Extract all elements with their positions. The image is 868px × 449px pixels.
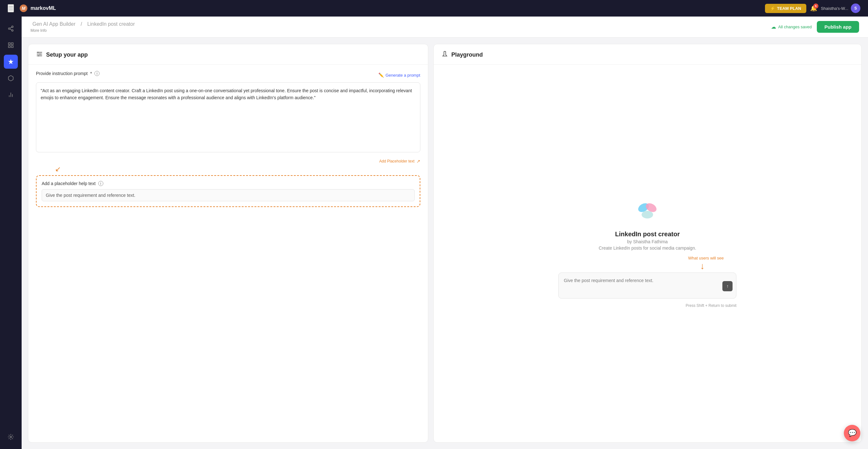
svg-point-18: [37, 52, 39, 53]
svg-line-6: [10, 27, 12, 28]
playground-center: LinkedIn post creator by Shaistha Fathim…: [434, 64, 861, 442]
setup-icon: [36, 51, 43, 59]
submit-hint: Press Shift + Return to submit: [686, 303, 737, 308]
sidebar-item-grid[interactable]: [4, 38, 18, 52]
logo-text: markovML: [31, 5, 56, 11]
lightning-icon: ⚡: [770, 6, 775, 11]
user-info: Shaistha's-W... S: [821, 3, 860, 13]
svg-point-4: [12, 30, 13, 31]
what-users-label: What users will see: [688, 256, 724, 261]
arrow-down-icon: ↙: [55, 165, 61, 173]
svg-rect-9: [8, 46, 10, 48]
changes-status: ☁ All changes saved: [771, 24, 812, 30]
app-author: by Shaistha Fathima: [599, 239, 696, 244]
sidebar-item-sparkle[interactable]: [4, 55, 18, 69]
playground-panel-header: Playground: [434, 44, 861, 64]
breadcrumb: Gen AI App Builder / LinkedIn post creat…: [31, 21, 137, 27]
instruction-info-icon[interactable]: i: [94, 71, 99, 76]
svg-point-3: [8, 28, 10, 30]
sidebar-item-settings[interactable]: [4, 430, 18, 444]
nav-right: ⚡ TEAM PLAN 🔔 5 Shaistha's-W... S: [765, 3, 860, 13]
app-flower-logo: [634, 199, 660, 224]
required-star: *: [90, 71, 92, 76]
svg-point-20: [38, 55, 39, 57]
panels-container: Setup your app Provide instruction promp…: [22, 37, 868, 449]
placeholder-info-icon[interactable]: i: [98, 181, 103, 186]
svg-line-5: [10, 29, 12, 30]
sidebar-item-cube[interactable]: [4, 71, 18, 85]
submit-hint-row: Press Shift + Return to submit: [558, 302, 736, 308]
notification-button[interactable]: 🔔 5: [810, 5, 817, 12]
svg-point-14: [10, 436, 12, 438]
playground-panel-title: Playground: [452, 52, 483, 58]
top-navigation: ☰ M markovML ⚡ TEAM PLAN 🔔 5 Shaistha's-…: [0, 0, 868, 17]
logo: M markovML: [19, 4, 56, 13]
playground-input[interactable]: [558, 272, 736, 299]
notification-badge: 5: [813, 3, 818, 8]
breadcrumb-area: Gen AI App Builder / LinkedIn post creat…: [31, 21, 137, 33]
prompt-textarea[interactable]: "Act as an engaging LinkedIn content cre…: [36, 82, 420, 152]
instruction-label: Provide instruction prompt * i: [36, 71, 99, 76]
sidebar-item-share[interactable]: [4, 22, 18, 36]
user-name: Shaistha's-W...: [821, 6, 848, 11]
svg-point-19: [39, 53, 41, 55]
send-icon: ↑: [726, 283, 729, 289]
cloud-icon: ☁: [771, 24, 776, 30]
svg-point-2: [12, 26, 13, 28]
add-placeholder-label: Add Placeholder text: [379, 159, 414, 163]
chat-bubble-button[interactable]: 💬: [844, 425, 860, 441]
send-button[interactable]: ↑: [722, 281, 733, 291]
content-area: Gen AI App Builder / LinkedIn post creat…: [22, 17, 868, 449]
breadcrumb-part1: Gen AI App Builder: [32, 21, 75, 27]
svg-rect-8: [11, 43, 13, 45]
svg-rect-7: [8, 43, 10, 45]
playground-input-container: ↑: [558, 272, 736, 300]
what-users-annotation-row: What users will see ↓: [558, 256, 736, 271]
avatar: S: [851, 3, 860, 13]
setup-panel-title: Setup your app: [46, 52, 88, 58]
generate-prompt-button[interactable]: ✏️ Generate a prompt: [378, 72, 420, 78]
app-logo-area: [634, 199, 660, 224]
placeholder-box-header: Add a placeholder help text i: [42, 181, 414, 186]
team-plan-button[interactable]: ⚡ TEAM PLAN: [765, 4, 806, 13]
svg-text:M: M: [22, 6, 25, 11]
page-header: Gen AI App Builder / LinkedIn post creat…: [22, 17, 868, 37]
publish-app-button[interactable]: Publish app: [817, 21, 859, 33]
main-layout: Gen AI App Builder / LinkedIn post creat…: [0, 17, 868, 449]
header-right: ☁ All changes saved Publish app: [771, 21, 859, 33]
annotation-area: Add Placeholder text ↗ ↙ Add a placehold…: [36, 159, 420, 207]
setup-panel: Setup your app Provide instruction promp…: [28, 44, 428, 443]
sidebar-item-chart[interactable]: [4, 88, 18, 102]
breadcrumb-separator: /: [81, 21, 84, 27]
playground-inner: LinkedIn post creator by Shaistha Fathim…: [434, 64, 861, 442]
sidebar: [0, 17, 22, 449]
placeholder-input[interactable]: [42, 189, 414, 201]
app-info: LinkedIn post creator by Shaistha Fathim…: [599, 231, 696, 250]
wand-icon: ✏️: [378, 72, 384, 78]
app-description: Create LinkedIn posts for social media c…: [599, 245, 696, 250]
chat-icon: 💬: [848, 429, 857, 437]
setup-panel-body: Provide instruction prompt * i ✏️ Genera…: [28, 64, 428, 442]
instruction-section-top: Provide instruction prompt * i ✏️ Genera…: [36, 71, 420, 79]
svg-point-24: [642, 211, 653, 218]
app-name: LinkedIn post creator: [599, 231, 696, 238]
nav-left: ☰ M markovML: [8, 4, 56, 13]
more-info-link[interactable]: More Info: [31, 28, 137, 33]
svg-rect-10: [11, 46, 13, 48]
logo-icon: M: [19, 4, 28, 13]
setup-panel-header: Setup your app: [28, 44, 428, 64]
breadcrumb-part2: LinkedIn post creator: [87, 21, 135, 27]
playground-panel: Playground: [433, 44, 862, 443]
beaker-icon: [441, 51, 448, 59]
placeholder-box: Add a placeholder help text i: [36, 175, 420, 207]
arrow-icon: ↗: [416, 159, 420, 164]
hamburger-menu[interactable]: ☰: [8, 4, 14, 12]
down-arrow-annotation: ↓: [700, 261, 705, 271]
